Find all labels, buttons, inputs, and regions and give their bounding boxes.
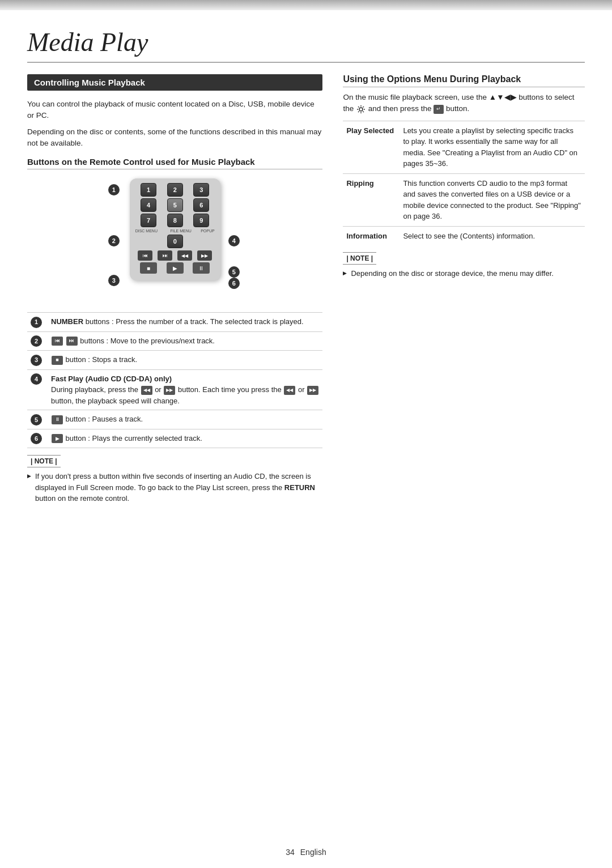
table-row-information: Information Select to see the (Contents)… — [343, 226, 585, 245]
icon-rew-2: ◀◀ — [284, 386, 295, 395]
callout-label-6: 6 — [228, 278, 242, 289]
remote-btn-8[interactable]: 8 — [167, 214, 183, 227]
callout-cell-5: 5 — [27, 410, 48, 429]
remote-btn-0[interactable]: 0 — [167, 235, 183, 248]
desc-cell-2: ⏮ ⏭ buttons : Move to the previous/next … — [48, 331, 322, 351]
section-heading-options: Using the Options Menu During Playback — [343, 74, 585, 87]
remote-btn-3[interactable]: 3 — [193, 183, 209, 197]
remote-btn-prev[interactable]: ⏮ — [138, 250, 152, 261]
table-row: 5 ⏸ button : Pauses a track. — [27, 410, 322, 429]
icon-ff: ▶▶ — [164, 386, 175, 395]
right-column: Using the Options Menu During Playback O… — [343, 74, 585, 507]
left-note-item-1: If you don't press a button within five … — [27, 471, 322, 504]
desc-cell-4: Fast Play (Audio CD (CD-DA) only) During… — [48, 369, 322, 410]
icon-next: ⏭ — [66, 337, 78, 346]
option-label-play-selected: Play Selected — [343, 121, 400, 173]
icon-prev: ⏮ — [52, 337, 63, 346]
option-label-ripping: Ripping — [343, 173, 400, 226]
callout-cell-2: 2 — [27, 331, 48, 351]
option-desc-play-selected: Lets you create a playlist by selecting … — [400, 121, 585, 173]
remote-body: 1 2 3 4 5 6 7 8 9 — [130, 178, 220, 280]
remote-diagram: 1 2 3 4 5 — [27, 178, 322, 303]
remote-btn-ff[interactable]: ▶▶ — [197, 250, 212, 261]
option-desc-information: Select to see the (Contents) information… — [400, 226, 585, 245]
desc-cell-6: ▶ button : Plays the currently selected … — [48, 429, 322, 448]
svg-point-0 — [359, 108, 363, 111]
option-desc-ripping: This function converts CD audio to the m… — [400, 173, 585, 226]
remote-btn-pause[interactable]: ⏸ — [193, 262, 210, 274]
remote-btn-7[interactable]: 7 — [141, 214, 156, 227]
right-section-intro: On the music file playback screen, use t… — [343, 92, 585, 115]
section1-para2: Depending on the disc or contents, some … — [27, 126, 322, 150]
remote-btn-rew[interactable]: ◀◀ — [177, 250, 192, 261]
table-row: 3 ■ button : Stops a track. — [27, 351, 322, 370]
callout-label-5: 5 — [228, 266, 242, 278]
right-note-label: | NOTE | — [343, 252, 376, 265]
remote-btn-4[interactable]: 4 — [141, 198, 156, 212]
callout-label-1: 1 — [108, 184, 122, 195]
table-row-play-selected: Play Selected Lets you create a playlist… — [343, 121, 585, 173]
icon-ff-2: ▶▶ — [307, 386, 318, 395]
enter-icon: ↵ — [434, 105, 444, 114]
remote-btn-6[interactable]: 6 — [193, 198, 209, 212]
right-note-item-1: Depending on the disc or storage device,… — [343, 268, 585, 279]
desc-cell-3: ■ button : Stops a track. — [48, 351, 322, 370]
section1-para1: You can control the playback of music co… — [27, 99, 322, 122]
callout-label-4: 4 — [228, 235, 242, 246]
remote-btn-next[interactable]: ⏭ — [158, 250, 172, 261]
remote-btn-1[interactable]: 1 — [141, 183, 156, 197]
desc-cell-1: NUMBER buttons : Press the number of a t… — [48, 313, 322, 332]
remote-nav-row: ⏮ ⏭ ◀◀ ▶▶ — [135, 250, 215, 261]
subsection-heading-remote: Buttons on the Remote Control used for M… — [27, 157, 322, 169]
left-note-label: | NOTE | — [27, 455, 61, 467]
icon-rew: ◀◀ — [141, 386, 152, 395]
callout-label-2: 2 — [108, 235, 122, 246]
table-row: 6 ▶ button : Plays the currently selecte… — [27, 429, 322, 448]
table-row: 1 NUMBER buttons : Press the number of a… — [27, 313, 322, 332]
options-table: Play Selected Lets you create a playlist… — [343, 121, 585, 246]
icon-play: ▶ — [52, 434, 63, 443]
table-row: 2 ⏮ ⏭ buttons : Move to the previous/nex… — [27, 331, 322, 351]
remote-playback-row: ■ ▶ ⏸ — [135, 262, 215, 274]
page-title: Media Play — [27, 27, 585, 63]
callout-cell-4: 4 — [27, 369, 48, 410]
gear-icon — [356, 105, 366, 114]
callout-label-3: 3 — [108, 275, 122, 286]
remote-btn-stop[interactable]: ■ — [140, 262, 157, 274]
table-row: 4 Fast Play (Audio CD (CD-DA) only) Duri… — [27, 369, 322, 410]
remote-desc-table: 1 NUMBER buttons : Press the number of a… — [27, 312, 322, 448]
page-number-container: 34 English — [286, 848, 326, 857]
option-label-information: Information — [343, 226, 400, 245]
callout-cell-6: 6 — [27, 429, 48, 448]
top-decorative-band — [0, 0, 612, 10]
icon-stop: ■ — [52, 356, 63, 365]
remote-menu-row: DISC MENU FILE MENU POPUP — [135, 229, 215, 233]
desc-cell-5: ⏸ button : Pauses a track. — [48, 410, 322, 429]
right-note-box: | NOTE | Depending on the disc or storag… — [343, 252, 585, 279]
remote-btn-2[interactable]: 2 — [167, 183, 183, 197]
section-heading-controlling: Controlling Music Playback — [27, 74, 322, 91]
page-number: 34 — [286, 848, 295, 857]
page-number-suffix: English — [300, 848, 326, 857]
remote-btn-5[interactable]: 5 — [167, 198, 183, 212]
table-row-ripping: Ripping This function converts CD audio … — [343, 173, 585, 226]
remote-btn-9[interactable]: 9 — [193, 214, 209, 227]
left-column: Controlling Music Playback You can contr… — [27, 74, 322, 507]
callout-cell-3: 3 — [27, 351, 48, 370]
remote-btn-play[interactable]: ▶ — [167, 262, 184, 274]
icon-pause: ⏸ — [52, 415, 63, 424]
callout-cell-1: 1 — [27, 313, 48, 332]
left-note-box: | NOTE | If you don't press a button wit… — [27, 455, 322, 504]
